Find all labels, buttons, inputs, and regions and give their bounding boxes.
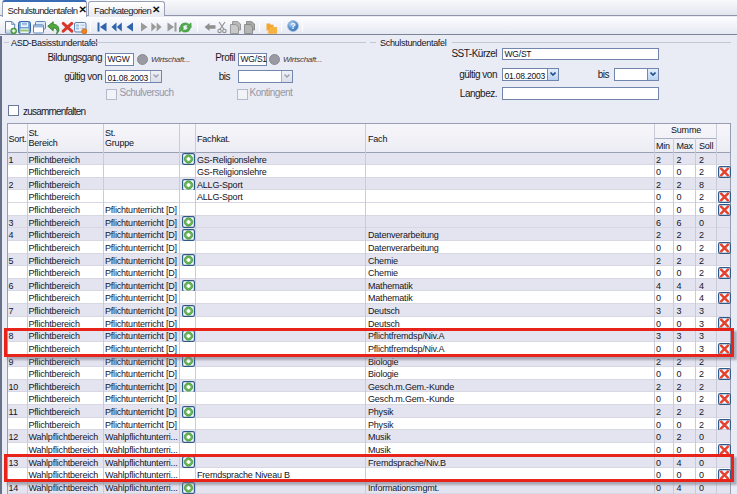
svg-text:?: ?: [290, 21, 295, 31]
